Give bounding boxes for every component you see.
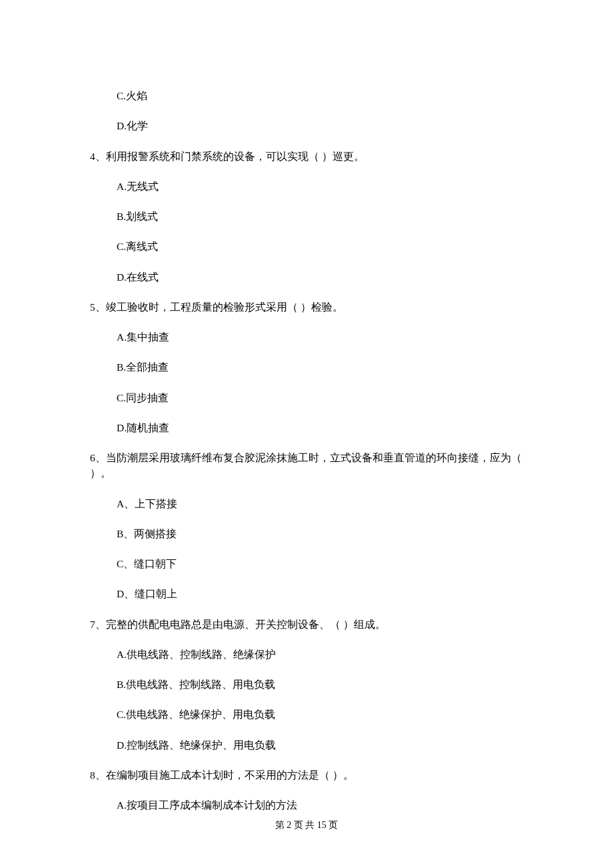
q8-stem: 8、在编制项目施工成本计划时，不采用的方法是（ ）。 xyxy=(90,767,523,783)
q7-option-d: D.控制线路、绝缘保护、用电负载 xyxy=(117,737,523,753)
q5-option-a: A.集中抽查 xyxy=(117,329,523,345)
q6-option-c: C、缝口朝下 xyxy=(117,556,523,571)
q7-option-a: A.供电线路、控制线路、绝缘保护 xyxy=(117,647,523,662)
q7-option-c: C.供电线路、绝缘保护、用电负载 xyxy=(117,707,523,722)
q5-option-c: C.同步抽查 xyxy=(117,390,523,405)
q4-option-d: D.在线式 xyxy=(117,269,523,285)
question-7: 7、完整的供配电电路总是由电源、开关控制设备、（ ）组成。 A.供电线路、控制线… xyxy=(90,617,523,753)
question-5: 5、竣工验收时，工程质量的检验形式采用（ ）检验。 A.集中抽查 B.全部抽查 … xyxy=(90,299,523,435)
prev-question-options: C.火焰 D.化学 xyxy=(90,88,523,134)
q5-option-b: B.全部抽查 xyxy=(117,359,523,375)
q6-option-d: D、缝口朝上 xyxy=(117,586,523,601)
prev-option-d: D.化学 xyxy=(117,118,523,133)
prev-option-c: C.火焰 xyxy=(117,88,523,103)
q5-option-d: D.随机抽查 xyxy=(117,420,523,435)
q6-option-a: A、上下搭接 xyxy=(117,496,523,511)
question-6: 6、当防潮层采用玻璃纤维布复合胶泥涂抹施工时，立式设备和垂直管道的环向接缝，应为… xyxy=(90,450,523,602)
q4-option-c: C.离线式 xyxy=(117,239,523,254)
q7-stem: 7、完整的供配电电路总是由电源、开关控制设备、（ ）组成。 xyxy=(90,617,523,632)
page-footer: 第 2 页 共 15 页 xyxy=(0,819,613,831)
question-4: 4、利用报警系统和门禁系统的设备，可以实现（ ）巡更。 A.无线式 B.划线式 … xyxy=(90,149,523,285)
q7-option-b: B.供电线路、控制线路、用电负载 xyxy=(117,677,523,692)
q6-option-b: B、两侧搭接 xyxy=(117,526,523,541)
q4-option-a: A.无线式 xyxy=(117,179,523,194)
page-content: C.火焰 D.化学 4、利用报警系统和门禁系统的设备，可以实现（ ）巡更。 A.… xyxy=(0,0,613,813)
question-8: 8、在编制项目施工成本计划时，不采用的方法是（ ）。 A.按项目工序成本编制成本… xyxy=(90,767,523,813)
q8-option-a: A.按项目工序成本编制成本计划的方法 xyxy=(117,797,523,813)
q6-stem: 6、当防潮层采用玻璃纤维布复合胶泥涂抹施工时，立式设备和垂直管道的环向接缝，应为… xyxy=(90,450,523,481)
q5-stem: 5、竣工验收时，工程质量的检验形式采用（ ）检验。 xyxy=(90,299,523,315)
q4-stem: 4、利用报警系统和门禁系统的设备，可以实现（ ）巡更。 xyxy=(90,149,523,164)
q4-option-b: B.划线式 xyxy=(117,209,523,224)
